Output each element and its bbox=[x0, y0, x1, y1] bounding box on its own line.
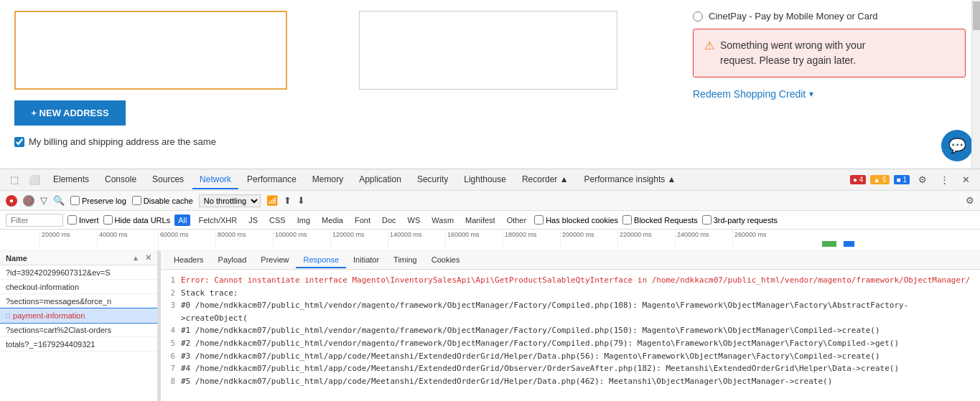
tab-recorder[interactable]: Recorder ▲ bbox=[515, 171, 576, 189]
tab-memory[interactable]: Memory bbox=[305, 171, 350, 189]
third-party-text: 3rd-party requests bbox=[714, 216, 778, 225]
network-item-5[interactable]: ?sections=cart%2Clast-orders bbox=[0, 323, 157, 337]
error-text-7: #4 /home/ndkkacm07/public_html/app/code/… bbox=[181, 362, 899, 375]
message-badge[interactable]: ■ 1 bbox=[894, 175, 910, 184]
redeem-credit-button[interactable]: Redeem Shopping Credit ▾ bbox=[693, 85, 966, 103]
sort-arrow[interactable]: ▲ bbox=[132, 254, 139, 262]
preserve-log-checkbox[interactable] bbox=[70, 196, 80, 205]
has-blocked-cookies-checkbox[interactable] bbox=[534, 215, 543, 225]
filter-icon[interactable]: ▽ bbox=[40, 195, 47, 206]
devtools-panel: ⬚ ⬜ Elements Console Sources Network Per… bbox=[0, 169, 980, 401]
search-icon[interactable]: 🔍 bbox=[53, 195, 65, 206]
page-scrollbar[interactable] bbox=[971, 0, 980, 169]
payment-section: CinetPay - Pay by Mobile Money or Card ⚠… bbox=[693, 7, 966, 161]
filter-type-all[interactable]: All bbox=[174, 214, 190, 226]
filter-type-doc[interactable]: Doc bbox=[378, 214, 400, 226]
filter-type-media[interactable]: Media bbox=[318, 214, 347, 226]
invert-label: Invert bbox=[79, 216, 99, 225]
filter-type-ws[interactable]: WS bbox=[404, 214, 424, 226]
line-num-2: 2 bbox=[167, 287, 175, 300]
tab-lighthouse[interactable]: Lighthouse bbox=[457, 171, 513, 189]
close-network-panel-icon[interactable]: ✕ bbox=[145, 253, 151, 263]
scrollbar-thumb[interactable] bbox=[973, 1, 980, 30]
tick-20000: 20000 ms bbox=[39, 230, 70, 250]
filter-type-css[interactable]: CSS bbox=[266, 214, 289, 226]
cinetpay-radio[interactable] bbox=[693, 11, 703, 22]
new-address-button[interactable]: + NEW ADDRESS bbox=[14, 100, 126, 126]
hide-data-urls-label: Hide data URLs bbox=[103, 215, 171, 225]
warning-badge[interactable]: ▲ 5 bbox=[870, 175, 889, 184]
disable-cache-checkbox[interactable] bbox=[132, 196, 141, 205]
download-icon[interactable]: ⬇ bbox=[297, 195, 305, 206]
tab-performance[interactable]: Performance bbox=[240, 171, 304, 189]
detail-tab-response[interactable]: Response bbox=[296, 253, 346, 268]
close-devtools-icon[interactable]: ✕ bbox=[958, 171, 974, 188]
blocked-requests-label: Blocked Requests bbox=[622, 215, 698, 225]
detail-tab-preview[interactable]: Preview bbox=[253, 253, 296, 268]
order-comment-textarea[interactable] bbox=[359, 11, 617, 90]
filter-type-wasm[interactable]: Wasm bbox=[428, 214, 457, 226]
devtools-content: Name ▲ ✕ ?id=392420299607312&ev=S checko… bbox=[0, 251, 980, 401]
filter-type-js[interactable]: JS bbox=[245, 214, 261, 226]
chat-bubble-button[interactable]: 💬 bbox=[941, 130, 973, 161]
detail-tab-cookies[interactable]: Cookies bbox=[424, 253, 467, 268]
redeem-credit-label: Redeem Shopping Credit bbox=[693, 88, 806, 100]
filter-bar: Invert Hide data URLs All Fetch/XHR JS C… bbox=[0, 211, 980, 230]
error-text-5: #2 /home/ndkkacm07/public_html/vendor/ma… bbox=[181, 337, 899, 350]
network-item-3[interactable]: ?sections=messages&force_n bbox=[0, 294, 157, 308]
timeline-bar-blue bbox=[844, 241, 854, 247]
throttle-select[interactable]: No throttling bbox=[199, 194, 261, 207]
has-blocked-cookies-label: Has blocked cookies bbox=[534, 215, 618, 225]
tab-elements[interactable]: Elements bbox=[46, 171, 96, 189]
filter-type-img[interactable]: Img bbox=[294, 214, 314, 226]
third-party-checkbox[interactable] bbox=[702, 215, 711, 225]
network-item-1[interactable]: ?id=392420299607312&ev=S bbox=[0, 265, 157, 280]
checkout-area: + NEW ADDRESS My billing and shipping ad… bbox=[0, 0, 980, 169]
comment-section bbox=[359, 7, 632, 161]
tick-200000: 200000 ms bbox=[560, 230, 594, 250]
detail-tab-headers[interactable]: Headers bbox=[167, 253, 211, 268]
wifi-icon[interactable]: 📶 bbox=[266, 195, 278, 206]
network-item-payment-information[interactable]: □ payment-information bbox=[0, 308, 157, 323]
network-item-6[interactable]: totals?_=1679294409321 bbox=[0, 337, 157, 352]
filter-type-manifest[interactable]: Manifest bbox=[462, 214, 499, 226]
devtools-badges: ● 4 ▲ 5 ■ 1 ⚙ ⋮ ✕ bbox=[850, 171, 974, 188]
filter-input[interactable] bbox=[6, 214, 63, 227]
more-icon[interactable]: ⋮ bbox=[935, 171, 953, 188]
tab-network[interactable]: Network bbox=[192, 171, 238, 189]
settings-icon[interactable]: ⚙ bbox=[914, 171, 931, 188]
payment-option-cinetpay: CinetPay - Pay by Mobile Money or Card bbox=[693, 11, 966, 22]
line-num-6: 6 bbox=[167, 350, 175, 363]
cursor-icon[interactable]: ⬚ bbox=[6, 171, 23, 188]
filter-type-fetch[interactable]: Fetch/XHR bbox=[195, 214, 241, 226]
error-text-4: #1 /home/ndkkacm07/public_html/vendor/ma… bbox=[181, 324, 880, 337]
error-badge[interactable]: ● 4 bbox=[850, 175, 866, 184]
filter-type-other[interactable]: Other bbox=[503, 214, 531, 226]
detail-tab-initiator[interactable]: Initiator bbox=[346, 253, 386, 268]
device-icon[interactable]: ⬜ bbox=[24, 171, 45, 188]
tab-security[interactable]: Security bbox=[410, 171, 455, 189]
error-line-2: request. Please try again later. bbox=[720, 55, 856, 66]
tab-application[interactable]: Application bbox=[352, 171, 409, 189]
tick-240000: 240000 ms bbox=[675, 230, 709, 250]
blocked-requests-checkbox[interactable] bbox=[622, 215, 632, 225]
line-num-4: 4 bbox=[167, 324, 175, 337]
devtools-settings-icon[interactable]: ⚙ bbox=[966, 195, 974, 206]
filter-type-font[interactable]: Font bbox=[351, 214, 374, 226]
tab-console[interactable]: Console bbox=[98, 171, 144, 189]
hide-data-urls-checkbox[interactable] bbox=[103, 215, 113, 225]
line-num-5: 5 bbox=[167, 337, 175, 350]
network-item-2[interactable]: checkout-information bbox=[0, 280, 157, 294]
record-button[interactable]: ● bbox=[6, 195, 17, 207]
clear-button[interactable]: 🚫 bbox=[23, 195, 34, 207]
tick-220000: 220000 ms bbox=[617, 230, 652, 250]
devtools-tab-bar: ⬚ ⬜ Elements Console Sources Network Per… bbox=[0, 169, 980, 191]
detail-tab-timing[interactable]: Timing bbox=[386, 253, 424, 268]
billing-same-checkbox[interactable] bbox=[14, 137, 24, 147]
detail-tab-payload[interactable]: Payload bbox=[211, 253, 254, 268]
tab-sources[interactable]: Sources bbox=[145, 171, 191, 189]
invert-checkbox[interactable] bbox=[67, 215, 77, 225]
tab-performance-insights[interactable]: Performance insights ▲ bbox=[577, 171, 683, 189]
upload-icon[interactable]: ⬆ bbox=[284, 195, 291, 206]
error-line-3: 3 #0 /home/ndkkacm07/public_html/vendor/… bbox=[167, 299, 974, 324]
